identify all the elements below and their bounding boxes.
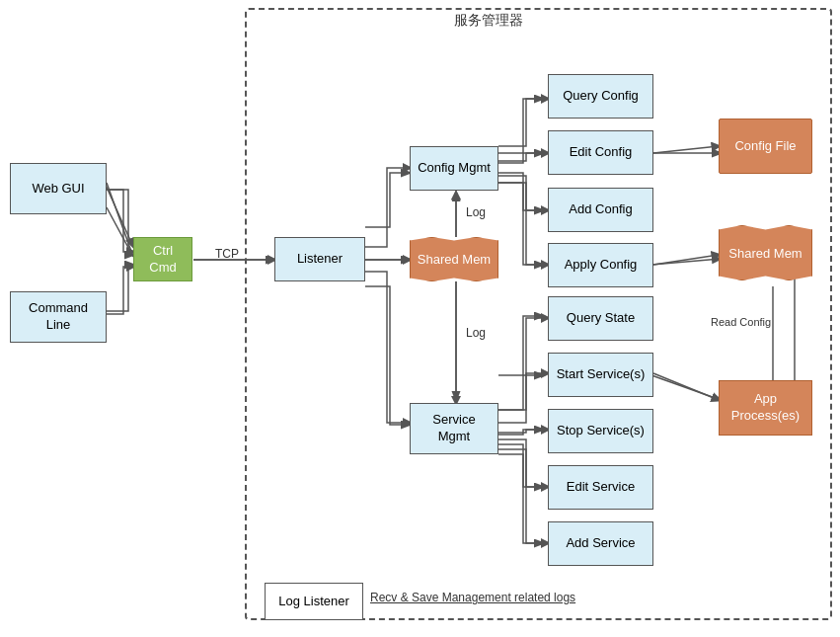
add-service-box: Add Service [548, 521, 653, 566]
app-processes-label: AppProcess(es) [731, 391, 800, 425]
command-line-label: CommandLine [29, 300, 88, 334]
service-mgmt-box: ServiceMgmt [410, 403, 498, 454]
log-label-2: Log [466, 326, 486, 340]
svg-line-0 [105, 183, 133, 247]
config-mgmt-box: Config Mgmt [410, 146, 498, 191]
log-listener-box: Log Listener [265, 583, 363, 620]
ctrl-cmd-box: Ctrl Cmd [133, 237, 192, 281]
svg-line-3 [107, 207, 133, 257]
start-service-box: Start Service(s) [548, 353, 653, 397]
shared-mem-center: Shared Mem [410, 237, 498, 281]
config-file-box: Config File [719, 119, 812, 174]
shared-mem-center-label: Shared Mem [418, 252, 491, 267]
query-config-label: Query Config [563, 88, 639, 105]
log-label-1: Log [466, 205, 486, 219]
app-processes-box: AppProcess(es) [719, 380, 812, 436]
log-listener-label: Log Listener [278, 594, 349, 610]
edit-config-label: Edit Config [570, 144, 633, 161]
query-state-label: Query State [567, 310, 635, 327]
edit-service-box: Edit Service [548, 465, 653, 510]
listener-box: Listener [274, 237, 365, 281]
query-config-box: Query Config [548, 74, 653, 119]
config-file-label: Config File [734, 138, 796, 155]
tcp-label: TCP [215, 247, 239, 261]
shared-mem-right: Shared Mem [719, 225, 812, 280]
read-config-label: Read Config [711, 316, 771, 328]
listener-label: Listener [297, 251, 343, 268]
edit-config-box: Edit Config [548, 130, 653, 175]
command-line-box: CommandLine [10, 291, 107, 343]
web-gui-label: Web GUI [32, 181, 84, 198]
add-config-label: Add Config [569, 201, 632, 218]
web-gui-box: Web GUI [10, 163, 107, 214]
start-service-label: Start Service(s) [557, 366, 646, 383]
service-mgmt-label: ServiceMgmt [432, 412, 475, 445]
stop-service-box: Stop Service(s) [548, 409, 653, 453]
svg-line-2 [107, 183, 133, 257]
service-manager-box [245, 8, 832, 620]
add-config-box: Add Config [548, 188, 653, 232]
add-service-label: Add Service [566, 535, 635, 552]
log-listener-desc: Recv & Save Management related logs [370, 591, 575, 604]
apply-config-label: Apply Config [565, 257, 638, 274]
diagram-container: 服务管理器 Web GUI CommandLine Ctrl Cmd TCP L… [0, 0, 840, 637]
stop-service-label: Stop Service(s) [557, 423, 645, 439]
query-state-box: Query State [548, 296, 653, 341]
service-manager-label: 服务管理器 [454, 12, 523, 30]
apply-config-box: Apply Config [548, 243, 653, 287]
edit-service-label: Edit Service [567, 479, 635, 496]
config-mgmt-label: Config Mgmt [418, 160, 491, 177]
shared-mem-right-label: Shared Mem [728, 246, 802, 261]
ctrl-cmd-label: Ctrl Cmd [140, 243, 186, 277]
